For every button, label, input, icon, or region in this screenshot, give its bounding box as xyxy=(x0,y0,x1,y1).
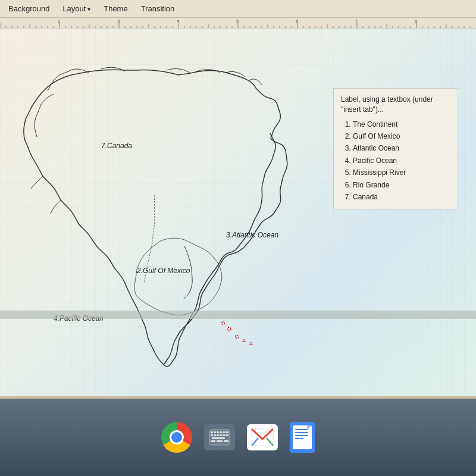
background-button[interactable]: Background xyxy=(2,1,55,17)
svg-rect-11 xyxy=(226,431,228,433)
svg-rect-21 xyxy=(224,440,228,442)
svg-rect-17 xyxy=(226,434,228,436)
list-item-1: The Continent xyxy=(353,118,450,130)
canada-label: 7.Canada xyxy=(101,142,132,150)
list-item-2: Gulf Of Mexico xyxy=(353,130,450,142)
layout-button[interactable]: Layout xyxy=(57,1,96,17)
keyboard-svg xyxy=(209,429,230,446)
svg-point-3 xyxy=(250,343,252,345)
svg-point-1 xyxy=(236,336,239,339)
map-svg xyxy=(18,64,303,374)
ruler xyxy=(0,18,476,29)
svg-rect-8 xyxy=(217,431,219,433)
transition-button[interactable]: Transition xyxy=(135,1,181,17)
gmail-icon[interactable] xyxy=(247,424,278,450)
svg-rect-20 xyxy=(217,440,223,442)
instruction-box: Label, using a textbox (under "insert ta… xyxy=(333,88,458,209)
svg-point-2 xyxy=(243,340,245,342)
svg-rect-16 xyxy=(223,434,225,436)
svg-point-4 xyxy=(222,322,225,325)
list-item-5: Mississippi River xyxy=(353,167,450,178)
gmail-svg xyxy=(251,428,274,446)
svg-rect-10 xyxy=(223,431,225,433)
taskbar xyxy=(0,399,476,476)
svg-rect-15 xyxy=(220,434,222,436)
svg-rect-12 xyxy=(211,434,213,436)
svg-rect-6 xyxy=(211,431,213,433)
svg-rect-19 xyxy=(211,440,215,442)
map-container: 7.Canada 2.Gulf Of Mexico 3.Atlantic Oce… xyxy=(18,64,303,374)
docs-icon[interactable] xyxy=(290,422,315,453)
theme-button[interactable]: Theme xyxy=(98,1,133,17)
slide-area: 7.Canada 2.Gulf Of Mexico 3.Atlantic Oce… xyxy=(0,29,476,396)
gulf-mexico-label: 2.Gulf Of Mexico xyxy=(137,267,190,275)
instruction-title: Label, using a textbox (under "insert ta… xyxy=(341,95,450,115)
svg-rect-9 xyxy=(220,431,222,433)
svg-rect-7 xyxy=(214,431,216,433)
chrome-icon[interactable] xyxy=(161,422,192,453)
bottom-separator xyxy=(0,311,476,319)
svg-rect-13 xyxy=(214,434,216,436)
files-icon[interactable] xyxy=(204,424,235,450)
svg-rect-14 xyxy=(217,434,219,436)
list-item-6: Rio Grande xyxy=(353,179,450,191)
svg-rect-18 xyxy=(212,437,225,439)
list-item-4: Pacific Ocean xyxy=(353,155,450,167)
svg-point-0 xyxy=(227,327,231,331)
list-item-3: Atlantic Ocean xyxy=(353,142,450,154)
instruction-list: The Continent Gulf Of Mexico Atlantic Oc… xyxy=(341,118,450,203)
list-item-7: Canada xyxy=(353,191,450,203)
atlantic-ocean-label: 3.Atlantic Ocean xyxy=(226,231,278,239)
toolbar: Background Layout Theme Transition xyxy=(0,0,476,18)
